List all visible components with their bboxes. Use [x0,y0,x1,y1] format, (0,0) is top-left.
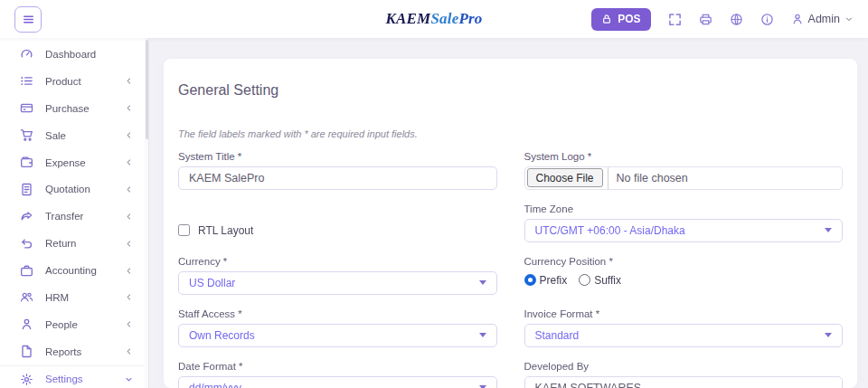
staff-access-value: Own Records [189,329,255,342]
radio-unchecked-icon[interactable] [579,274,590,286]
sidebar-item-expense[interactable]: Expense [0,149,145,176]
suffix-radio-label: Suffix [594,274,621,287]
printer-icon[interactable] [699,13,712,26]
file-input-divider [608,167,609,189]
currency-position-label: Currency Position * [524,256,844,267]
time-zone-value: UTC/GMT +06:00 - Asia/Dhaka [535,224,685,237]
chevron-down-icon [825,228,832,232]
list-icon [20,74,33,88]
date-format-select[interactable]: dd/mm/yyy [178,376,497,388]
sidebar-item-reports[interactable]: Reports [0,338,145,365]
sidebar-scrollbar[interactable] [145,38,149,388]
top-bar: KAEMSalePro POS Admin [0,0,868,38]
chevron-left-icon [125,77,133,85]
lock-icon [601,14,612,24]
developed-by-label: Developed By [524,361,844,372]
share-icon [20,210,33,223]
sidebar-item-quotation[interactable]: Quotation [0,175,145,203]
invoice-format-select[interactable]: Standard [524,324,844,347]
user-icon [791,13,804,25]
sidebar-item-label: Purchase [45,103,125,114]
developed-by-field-group: Developed By [524,361,844,388]
prefix-radio-option[interactable]: Prefix [524,274,568,287]
page-title: General Setting [178,82,843,99]
globe-icon[interactable] [730,13,743,26]
rtl-layout-label: RTL Layout [198,224,253,237]
rtl-layout-checkbox[interactable] [178,224,190,236]
invoice-format-field-group: Invoice Format * Standard [524,308,844,347]
invoice-format-label: Invoice Format * [524,308,844,319]
sidebar-item-accounting[interactable]: Accounting [0,257,145,284]
fullscreen-icon[interactable] [668,13,682,26]
sidebar: Dashboard Product Purchase Sale Expense [0,38,145,388]
staff-access-field-group: Staff Access * Own Records [178,308,497,347]
sidebar-item-purchase[interactable]: Purchase [0,95,145,122]
pos-button-label: POS [618,13,640,25]
chevron-down-icon [844,14,854,24]
hamburger-icon [22,13,35,26]
sidebar-item-label: Settings [45,374,125,384]
rtl-layout-field-group: RTL Layout [178,203,497,242]
time-zone-select[interactable]: UTC/GMT +06:00 - Asia/Dhaka [524,219,844,242]
info-icon[interactable] [760,13,774,26]
required-fields-note: The field labels marked with * are requi… [178,128,843,139]
chevron-down-icon [125,375,133,383]
briefcase-icon [20,264,33,278]
main-content: General Setting The field labels marked … [150,38,868,388]
sidebar-item-dashboard[interactable]: Dashboard [0,41,145,68]
sidebar-item-label: Quotation [45,184,125,194]
time-zone-field-group: Time Zone UTC/GMT +06:00 - Asia/Dhaka [524,203,844,242]
undo-icon [20,237,33,251]
chevron-left-icon [125,158,133,166]
chevron-left-icon [125,240,133,248]
invoice-format-value: Standard [535,329,580,342]
general-setting-card: General Setting The field labels marked … [164,59,857,388]
radio-checked-icon[interactable] [524,274,536,286]
currency-select[interactable]: US Dollar [178,271,497,295]
prefix-radio-label: Prefix [540,274,568,287]
logo-part-3: Pro [458,10,482,27]
currency-field-group: Currency * US Dollar [178,256,497,295]
sidebar-item-label: Dashboard [45,49,133,60]
settings-form: System Title * System Logo * Choose File… [178,151,843,388]
sidebar-item-hrm[interactable]: HRM [0,284,145,311]
chevron-down-icon [825,333,832,337]
sidebar-item-transfer[interactable]: Transfer [0,203,145,230]
logo-part-2: Sale [430,10,458,27]
staff-access-label: Staff Access * [178,308,497,319]
gear-icon [20,373,33,386]
sidebar-item-people[interactable]: People [0,311,145,338]
chevron-left-icon [125,185,133,194]
system-logo-field-group: System Logo * Choose File No file chosen [524,151,844,190]
system-title-input[interactable] [178,166,497,190]
currency-value: US Dollar [189,277,235,289]
currency-label: Currency * [178,256,497,267]
cart-icon [20,128,33,142]
pos-button[interactable]: POS [591,8,650,31]
chevron-down-icon [479,280,486,285]
admin-menu[interactable]: Admin [791,13,854,25]
scrollbar-thumb[interactable] [146,40,148,139]
chevron-left-icon [125,131,133,139]
system-title-label: System Title * [178,151,497,162]
file-chosen-status: No file chosen [617,172,688,185]
sidebar-item-label: HRM [45,292,125,303]
system-logo-file-input[interactable]: Choose File No file chosen [524,166,844,190]
gauge-icon [20,47,33,61]
sidebar-item-sale[interactable]: Sale [0,122,145,149]
developed-by-input[interactable] [524,376,844,388]
chevron-left-icon [125,293,133,301]
sidebar-item-product[interactable]: Product [0,68,145,95]
sidebar-item-label: Transfer [45,211,125,222]
sidebar-toggle-button[interactable] [14,6,42,33]
suffix-radio-option[interactable]: Suffix [579,274,621,287]
staff-access-select[interactable]: Own Records [178,324,497,347]
chevron-left-icon [125,213,133,221]
sidebar-item-label: Expense [45,157,125,168]
credit-card-icon [20,101,33,115]
system-title-field-group: System Title * [178,151,497,190]
sidebar-item-label: Sale [45,130,125,141]
choose-file-button[interactable]: Choose File [527,168,603,187]
sidebar-item-return[interactable]: Return [0,230,145,257]
sidebar-item-settings[interactable]: Settings [0,365,145,388]
